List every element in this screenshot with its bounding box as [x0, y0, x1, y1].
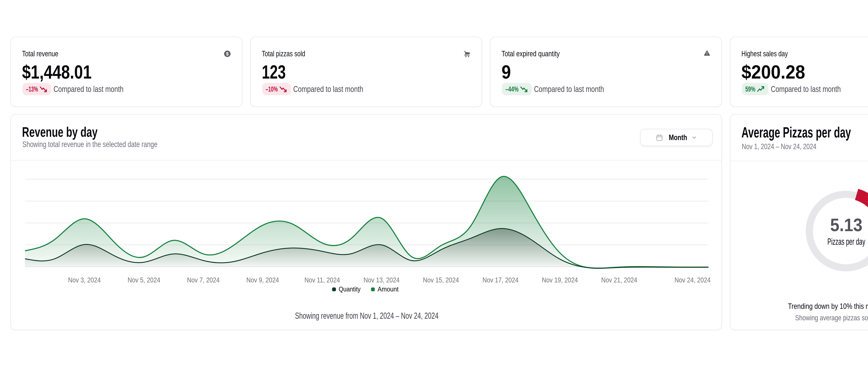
svg-text:$: $	[226, 51, 229, 56]
